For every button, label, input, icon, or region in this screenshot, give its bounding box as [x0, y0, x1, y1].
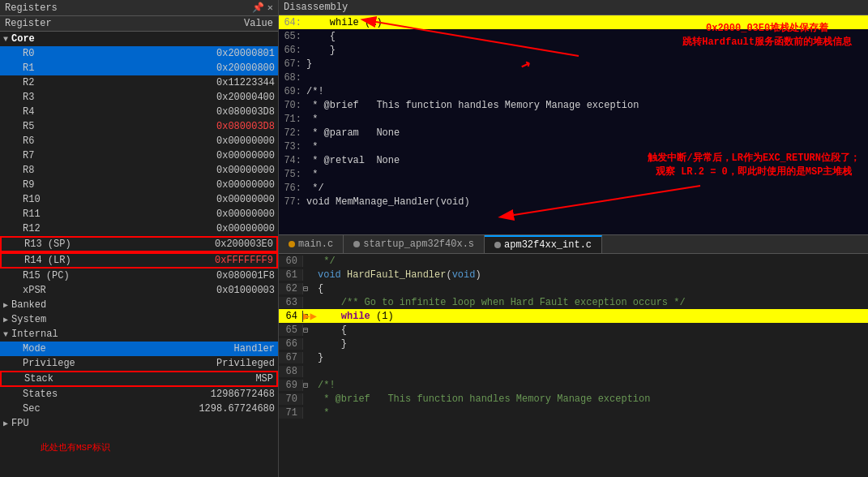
code-line-72-top: 72: * @param None [279, 126, 868, 140]
banked-expand-icon: ▶ [0, 300, 11, 310]
code-line-74-top: 74: * @retval None [279, 153, 868, 167]
disassembly-title: Disassembly [284, 2, 348, 13]
reg-name-xpsr: xPSR [0, 284, 181, 297]
fold-icon-65[interactable]: ⊟ [303, 325, 314, 335]
code-line-71-top: 71: * [279, 112, 868, 126]
reg-name-r13: R13 (SP) [2, 238, 179, 251]
code-line2-67: 67 } [279, 350, 868, 364]
reg-value-r10: 0x00000000 [181, 193, 278, 206]
register-row-r13[interactable]: R13 (SP) 0x200003E0 [0, 236, 278, 252]
registers-table[interactable]: ▼ Core R0 0x20000801 R1 0x20000800 R2 0x… [0, 32, 278, 477]
system-section-label: System [11, 314, 46, 325]
reg-value-r5: 0x080003D8 [181, 120, 278, 133]
register-row-r10[interactable]: R10 0x00000000 [0, 192, 278, 207]
reg-value-r2: 0x11223344 [181, 76, 278, 89]
internal-row-privilege[interactable]: Privilege Privileged [0, 356, 278, 371]
register-row-r15[interactable]: R15 (PC) 0x080001F8 [0, 269, 278, 283]
reg-name-r7: R7 [0, 149, 181, 162]
panel-icons: 📌 ✕ [252, 2, 273, 14]
reg-value-mode: Handler [181, 342, 278, 355]
register-row-r1[interactable]: R1 0x20000800 [0, 61, 278, 75]
core-section-label: Core [11, 33, 35, 45]
internal-row-states[interactable]: States 12986772468 [0, 387, 278, 402]
internal-section-label: Internal [11, 329, 58, 340]
code-bottom-area[interactable]: ▶▶ 60 */ 61 void HardFault_Handler(void)… [279, 254, 868, 477]
core-section-header[interactable]: ▼ Core [0, 32, 278, 46]
code-line2-62: 62 ⊟ { [279, 281, 868, 295]
reg-value-r1: 0x20000800 [181, 62, 278, 75]
code-line-69-top: 69: /*! [279, 84, 868, 98]
reg-value-r13: 0x200003E0 [179, 238, 276, 251]
tab-label-int: apm32f4xx_int.c [504, 239, 592, 251]
code-line-70-top: 70: * @brief This function handles Memor… [279, 98, 868, 112]
code-line2-70: 70 * @brief This function handles Memory… [279, 392, 868, 406]
reg-name-sec: Sec [0, 402, 181, 415]
register-row-r6[interactable]: R6 0x00000000 [0, 134, 278, 148]
tab-startup[interactable]: startup_apm32f40x.s [344, 235, 485, 253]
disassembly-panel: Disassembly 64: while (1) 65: { 66: } [279, 0, 868, 477]
fold-icon-69[interactable]: ⊟ [303, 380, 314, 390]
close-icon[interactable]: ✕ [267, 2, 273, 14]
code-line2-65: 65 ⊟ { [279, 323, 868, 337]
reg-name-r9: R9 [0, 178, 181, 191]
register-row-r0[interactable]: R0 0x20000801 [0, 46, 278, 61]
code-line2-66: 66 } [279, 337, 868, 350]
fold-icon-62[interactable]: ⊟ [303, 284, 314, 294]
tab-dot-int [494, 242, 501, 248]
reg-value-r3: 0x20000400 [181, 91, 278, 104]
registers-panel: Registers 📌 ✕ Register Value ▼ Core R0 0… [0, 0, 279, 477]
reg-value-privilege: Privileged [181, 357, 278, 370]
register-row-r3[interactable]: R3 0x20000400 [0, 90, 278, 105]
code-line-64-top: 64: while (1) [279, 15, 868, 29]
code-line2-63: 63 /** Go to infinite loop when Hard Fau… [279, 295, 868, 309]
internal-section-header[interactable]: ▼ Internal [0, 327, 278, 342]
code-line2-71: 71 * [279, 406, 868, 419]
reg-name-r3: R3 [0, 91, 181, 104]
code-line-76-top: 76: */ [279, 181, 868, 195]
reg-name-r4: R4 [0, 105, 181, 118]
fpu-expand-icon: ▶ [0, 419, 11, 428]
register-row-r11[interactable]: R11 0x00000000 [0, 207, 278, 221]
registers-panel-header: Registers 📌 ✕ [0, 0, 278, 16]
reg-value-r12: 0x00000000 [181, 222, 278, 235]
register-row-r12[interactable]: R12 0x00000000 [0, 221, 278, 236]
reg-name-r8: R8 [0, 164, 181, 177]
tab-main-c[interactable]: main.c [279, 235, 344, 253]
register-row-r7[interactable]: R7 0x00000000 [0, 148, 278, 163]
internal-row-stack[interactable]: Stack MSP [0, 371, 278, 387]
register-row-r4[interactable]: R4 0x080003D8 [0, 105, 278, 119]
reg-value-stack: MSP [179, 372, 276, 385]
tab-int-c[interactable]: apm32f4xx_int.c [485, 235, 602, 253]
code-line2-68: 68 [279, 364, 868, 378]
reg-name-r0: R0 [0, 47, 181, 60]
register-row-r5[interactable]: R5 0x080003D8 [0, 119, 278, 134]
pin-icon[interactable]: 📌 [252, 2, 264, 14]
reg-name-mode: Mode [0, 342, 181, 355]
internal-expand-icon: ▼ [0, 330, 11, 339]
code-line-75-top: 75: * [279, 167, 868, 181]
internal-row-sec[interactable]: Sec 1298.67724680 [0, 402, 278, 416]
reg-name-r10: R10 [0, 193, 181, 206]
register-row-r2[interactable]: R2 0x11223344 [0, 75, 278, 90]
disassembly-header: Disassembly [279, 0, 868, 15]
register-row-r14[interactable]: R14 (LR) 0xFFFFFFF9 [0, 252, 278, 269]
register-row-xpsr[interactable]: xPSR 0x01000003 [0, 283, 278, 298]
execution-arrow: ▶▶ [303, 309, 317, 323]
reg-value-r6: 0x00000000 [181, 135, 278, 148]
reg-name-stack: Stack [2, 372, 179, 385]
fpu-section-label: FPU [11, 418, 29, 429]
system-section-header[interactable]: ▶ System [0, 312, 278, 327]
disassembly-top-area[interactable]: 64: while (1) 65: { 66: } 67: } 68: [279, 15, 868, 234]
register-row-r8[interactable]: R8 0x00000000 [0, 163, 278, 178]
internal-row-mode[interactable]: Mode Handler [0, 342, 278, 356]
reg-value-r14: 0xFFFFFFF9 [179, 254, 276, 267]
reg-value-sec: 1298.67724680 [181, 402, 278, 415]
register-row-r9[interactable]: R9 0x00000000 [0, 178, 278, 192]
reg-name-r5: R5 [0, 120, 181, 133]
banked-section-header[interactable]: ▶ Banked [0, 298, 278, 312]
reg-name-r11: R11 [0, 208, 181, 221]
fpu-section-header[interactable]: ▶ FPU [0, 416, 278, 431]
code-line-67-top: 67: } [279, 57, 868, 71]
tab-dot-main [289, 241, 295, 247]
code-line2-64: 64 ⊟ while (1) [279, 309, 868, 323]
